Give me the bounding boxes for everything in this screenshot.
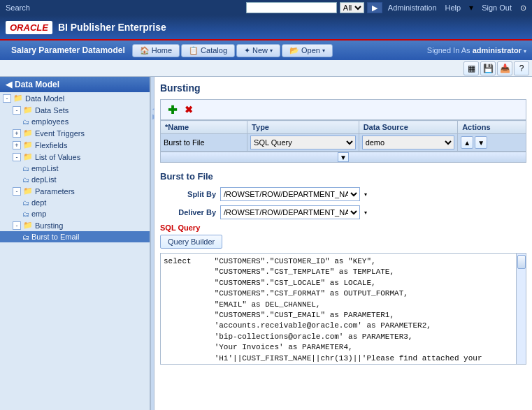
username-label: administrator: [473, 46, 522, 54]
sidebar-item-dept[interactable]: 🗂 dept: [0, 197, 150, 208]
move-up-button[interactable]: ▲: [461, 136, 473, 149]
row-actions-container: ▲ ▼: [461, 136, 523, 149]
open-icon: 📂: [289, 46, 299, 55]
delete-burst-button[interactable]: ✖: [182, 103, 196, 117]
sidebar-item-data-model[interactable]: - 📁 Data Model: [0, 92, 150, 104]
table-row[interactable]: Burst to File SQL Query demo ▲: [161, 134, 526, 152]
search-button[interactable]: ▶: [367, 2, 382, 13]
burst-table-header-datasource: Data Source: [359, 121, 458, 134]
sidebar-label-list-of-values: List of Values: [35, 153, 80, 161]
deliver-by-select[interactable]: /ROWSET/ROW/DEPARTMENT_NAME: [220, 205, 360, 219]
bursting-section-title: Bursting: [160, 82, 526, 94]
sidebar-item-bursting[interactable]: - 📁 Bursting: [0, 219, 150, 231]
burst-detail-section: Burst to File Split By /ROWSET/ROW/DEPAR…: [160, 171, 526, 365]
save-icon[interactable]: 💾: [480, 61, 496, 75]
sidebar-item-flexfields[interactable]: + 📁 Flexfields: [0, 139, 150, 151]
new-dropdown-arrow: ▾: [270, 47, 273, 54]
sidebar-label-event-triggers: Event Triggers: [35, 129, 85, 138]
tree-toggle-event-triggers[interactable]: +: [13, 129, 21, 138]
file-icon-burst-to-email: 🗂: [22, 233, 29, 241]
sidebar-item-emplist[interactable]: 🗂 empList: [0, 163, 150, 174]
sidebar-label-data-model: Data Model: [25, 94, 64, 103]
file-icon-deplist: 🗂: [22, 176, 29, 184]
burst-row-name: Burst to File: [161, 134, 247, 152]
deliver-by-label: Deliver By: [160, 208, 216, 217]
add-burst-button[interactable]: ✚: [165, 103, 179, 117]
burst-datasource-select[interactable]: demo: [362, 136, 455, 149]
move-down-button[interactable]: ▼: [475, 136, 487, 149]
folder-icon-parameters: 📁: [23, 186, 33, 196]
sidebar-item-burst-to-email[interactable]: 🗂 Burst to Email: [0, 231, 150, 242]
deliver-by-dropdown-icon: ▾: [364, 210, 367, 216]
file-icon-dept: 🗂: [22, 199, 29, 207]
signed-in-label: Signed In As: [427, 46, 470, 54]
sidebar-label-emplist: empList: [31, 164, 59, 173]
content-area: Bursting ✚ ✖ *Name Type Data Source Acti…: [154, 77, 532, 410]
open-button[interactable]: 📂 Open ▾: [282, 44, 333, 57]
sidebar-collapse-icon[interactable]: ◀: [6, 80, 12, 89]
deliver-by-row: Deliver By /ROWSET/ROW/DEPARTMENT_NAME ▾: [160, 205, 526, 219]
sidebar-label-deplist: depList: [31, 175, 56, 184]
tree-toggle-parameters[interactable]: -: [13, 187, 21, 196]
sidebar-item-deplist[interactable]: 🗂 depList: [0, 174, 150, 185]
save-as-icon[interactable]: 📥: [497, 61, 512, 75]
sidebar-item-parameters[interactable]: - 📁 Parameters: [0, 185, 150, 197]
query-builder-button[interactable]: Query Builder: [160, 235, 222, 249]
user-dropdown-arrow: ▾: [524, 48, 526, 54]
top-navigation-bar: Search All ▶ Administration Help▾ Sign O…: [0, 0, 532, 15]
folder-icon-flexfields: 📁: [23, 140, 33, 149]
new-button[interactable]: ✦ New ▾: [236, 44, 280, 57]
signout-link[interactable]: Sign Out: [482, 3, 512, 12]
sidebar-header-label: Data Model: [15, 80, 59, 89]
signed-in-area: Signed In As administrator ▾: [427, 46, 526, 54]
sidebar-item-list-of-values[interactable]: - 📁 List of Values: [0, 151, 150, 163]
search-input[interactable]: [246, 2, 337, 13]
burst-row-actions: ▲ ▼: [458, 134, 526, 152]
catalog-button[interactable]: 📋 Catalog: [181, 44, 235, 57]
folder-icon-bursting: 📁: [23, 221, 33, 230]
help-link[interactable]: Help: [445, 3, 461, 12]
administration-link[interactable]: Administration: [388, 3, 437, 12]
burst-type-select[interactable]: SQL Query: [250, 136, 356, 149]
burst-table: *Name Type Data Source Actions Burst to …: [160, 120, 526, 152]
search-type-select[interactable]: All: [340, 2, 364, 13]
tree-toggle-list-of-values[interactable]: -: [13, 153, 21, 161]
sql-editor[interactable]: [160, 253, 517, 365]
tree-toggle-data-model[interactable]: -: [3, 94, 11, 103]
burst-row-type[interactable]: SQL Query: [247, 134, 359, 152]
home-button[interactable]: 🏠 Home: [132, 44, 180, 57]
sidebar-item-emp[interactable]: 🗂 emp: [0, 208, 150, 219]
main-layout: ◀ Data Model - 📁 Data Model - 📁 Data Set…: [0, 77, 532, 410]
table-scroll-indicator: ▼: [160, 152, 526, 163]
sidebar-item-event-triggers[interactable]: + 📁 Event Triggers: [0, 127, 150, 139]
split-by-label: Split By: [160, 190, 216, 198]
sidebar-label-parameters: Parameters: [35, 187, 75, 196]
grid-icon[interactable]: ▦: [463, 61, 479, 75]
catalog-icon: 📋: [189, 46, 199, 55]
tree-toggle-bursting[interactable]: -: [13, 221, 21, 230]
sidebar-label-emp: emp: [31, 210, 46, 218]
tree-toggle-data-sets[interactable]: -: [13, 106, 21, 115]
help-toolbar-icon[interactable]: ?: [514, 61, 529, 75]
sidebar-item-employees[interactable]: 🗂 employees: [0, 116, 150, 127]
page-title: Salary Parameter Datamodel: [6, 45, 131, 55]
split-by-select[interactable]: /ROWSET/ROW/DEPARTMENT_NAME: [220, 187, 360, 201]
folder-icon-list-of-values: 📁: [23, 152, 33, 161]
burst-table-header-type: Type: [247, 121, 359, 134]
sidebar-item-data-sets[interactable]: - 📁 Data Sets: [0, 104, 150, 116]
user-icon: ⊙: [520, 3, 526, 13]
home-icon: 🏠: [140, 46, 150, 55]
tree-toggle-flexfields[interactable]: +: [13, 141, 21, 149]
oracle-logo: ORACLE: [6, 21, 52, 34]
search-label: Search: [6, 3, 30, 12]
sidebar-label-data-sets: Data Sets: [35, 106, 69, 115]
scroll-down-arrow[interactable]: ▼: [338, 152, 349, 162]
scrollbar-thumb[interactable]: [517, 255, 526, 269]
sidebar-header: ◀ Data Model: [0, 77, 150, 92]
burst-detail-title: Burst to File: [160, 171, 526, 182]
burst-table-header-actions: Actions: [458, 121, 526, 134]
new-icon: ✦: [244, 46, 250, 55]
burst-row-datasource[interactable]: demo: [359, 134, 458, 152]
sidebar-label-employees: employees: [31, 117, 69, 126]
sidebar-label-bursting: Bursting: [35, 221, 63, 230]
